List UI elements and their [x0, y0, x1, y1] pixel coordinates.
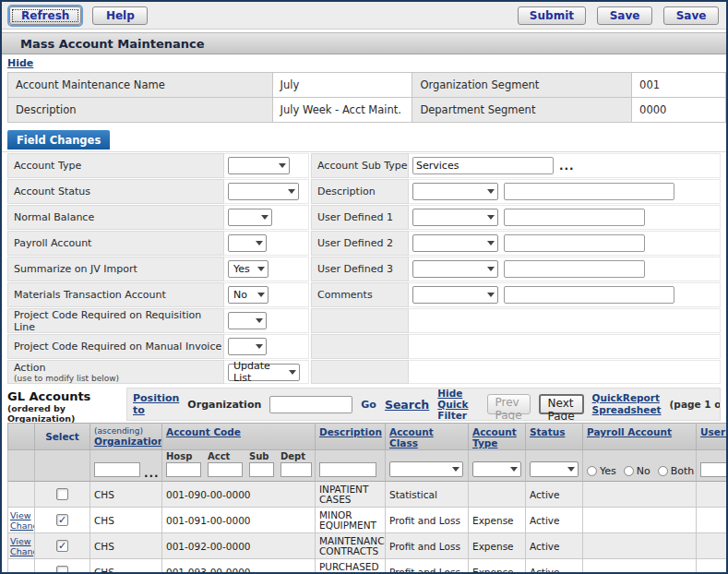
app-window: Refresh Help Submit Save Save Mass Accou… [0, 0, 728, 574]
payroll-cell [583, 559, 697, 574]
status-sort-link[interactable]: Status [530, 426, 579, 437]
spreadsheet-link[interactable]: Spreadsheet [592, 404, 662, 416]
action-select[interactable]: Update List [228, 364, 300, 381]
status-filter-cell [526, 450, 583, 482]
dropdown-arrow-icon [487, 267, 495, 271]
summarize-jv-import-label: Summarize on JV Import [7, 257, 224, 281]
go-button[interactable]: Go [361, 399, 376, 411]
view-changes-link[interactable]: View Changes [10, 510, 35, 531]
user-defined-cell [697, 559, 728, 574]
account-type-sort-link[interactable]: Account Type [472, 426, 521, 448]
select-cell [35, 559, 90, 574]
organization-segment-label: Organization Segment [412, 73, 632, 98]
position-to-link[interactable]: Position to [133, 392, 179, 416]
normal-balance-select[interactable] [228, 209, 272, 226]
user-defined-2-input[interactable] [504, 234, 645, 252]
description-mode-select[interactable] [412, 183, 498, 200]
payroll-both-radio[interactable]: Both [658, 465, 695, 477]
organization-column-header: (ascending)Organization [90, 423, 162, 450]
payroll-account-select[interactable] [228, 234, 267, 252]
description-filter-cell [316, 450, 386, 482]
acct-filter-input[interactable] [208, 462, 243, 477]
department-segment-label: Department Segment [412, 98, 632, 123]
description-change-label: Description [311, 179, 409, 204]
position-to-input[interactable] [269, 396, 352, 413]
row-checkbox[interactable] [56, 566, 68, 574]
save-button-2[interactable]: Save [663, 6, 719, 25]
user-defined-2-mode-select[interactable] [412, 234, 498, 252]
help-button[interactable]: Help [92, 6, 148, 25]
account-sub-type-input[interactable] [412, 157, 554, 174]
organization-segment-value: 001 [632, 73, 726, 98]
project-code-requisition-label: Project Code Required on Requisition Lin… [7, 308, 224, 333]
user-defined-1-input[interactable] [504, 209, 645, 226]
next-page-button[interactable]: Next Page [539, 394, 584, 414]
hide-link[interactable]: Hide [7, 57, 33, 69]
account-type-select[interactable] [228, 157, 290, 174]
organization-cell: CHS [90, 559, 162, 574]
dropdown-arrow-icon [487, 215, 495, 220]
payroll-no-radio[interactable]: No [624, 465, 650, 477]
row-checkbox[interactable]: ✓ [56, 514, 68, 526]
dropdown-arrow-icon [256, 241, 263, 245]
description-label: Description [8, 98, 273, 123]
materials-transaction-select[interactable]: No [228, 286, 269, 304]
status-filter-select[interactable] [530, 461, 579, 477]
account-sub-type-more-button[interactable]: ... [559, 162, 575, 170]
account-class-filter-select[interactable] [389, 461, 463, 477]
project-code-manual-invoice-select[interactable] [228, 338, 267, 355]
user-defined-filter-input[interactable] [700, 462, 728, 477]
view-changes-cell: View Changes [7, 533, 35, 559]
user-defined-sort-link[interactable]: User De [700, 426, 728, 437]
view-changes-link[interactable]: View Changes [10, 536, 35, 556]
comments-mode-select[interactable] [412, 286, 498, 304]
dropdown-arrow-icon [256, 344, 263, 349]
account-class-sort-link[interactable]: Account Class [389, 426, 464, 448]
save-button[interactable]: Save [597, 6, 652, 25]
account-code-sort-link[interactable]: Account Code [166, 426, 311, 437]
row-checkbox[interactable] [56, 488, 68, 500]
description-cell: MAINTENANCE CONTRACTS [316, 533, 386, 559]
description-change-input[interactable] [504, 183, 674, 200]
organization-filter-input[interactable] [94, 462, 140, 477]
payroll-cell [583, 533, 697, 559]
dropdown-arrow-icon [487, 189, 495, 194]
user-defined-1-mode-select[interactable] [412, 209, 498, 226]
user-defined-3-input[interactable] [504, 260, 645, 278]
comments-input[interactable] [504, 286, 674, 304]
organization-lookup-button[interactable]: ... [144, 470, 160, 477]
row-checkbox[interactable]: ✓ [56, 540, 68, 552]
account-status-select[interactable] [228, 183, 299, 200]
account-class-cell: Profit and Loss [386, 559, 469, 574]
refresh-button[interactable]: Refresh [9, 6, 81, 25]
table-row: CHS 001-093-00-0000 PURCHASED SERVICES P… [7, 559, 728, 574]
dropdown-arrow-icon [288, 189, 295, 194]
user-defined-filter-cell [697, 450, 728, 482]
account-class-cell: Profit and Loss [386, 533, 469, 559]
dropdown-arrow-icon [487, 241, 495, 245]
hide-quick-filter-link[interactable]: Hide Quick Filter [437, 388, 478, 421]
user-defined-3-mode-select[interactable] [412, 260, 498, 278]
field-changes-section: Account Type Account Status Normal Balan… [7, 153, 721, 385]
account-type-filter-select[interactable] [472, 461, 521, 477]
search-link[interactable]: Search [385, 398, 429, 412]
organization-sort-link[interactable]: Organization [94, 436, 158, 447]
maintenance-name-value: July [272, 73, 412, 98]
hosp-filter-input[interactable] [166, 462, 201, 477]
submit-button[interactable]: Submit [518, 6, 586, 25]
payroll-account-sort-link[interactable]: Payroll Account [587, 426, 692, 437]
top-toolbar: Refresh Help Submit Save Save [2, 2, 726, 30]
account-code-column-header: Account Code [162, 423, 316, 450]
dept-filter-input[interactable] [280, 462, 312, 477]
description-filter-input[interactable] [319, 462, 376, 477]
quick-report-link[interactable]: QuickReport [592, 392, 662, 404]
dropdown-arrow-icon [256, 318, 263, 323]
user-defined-1-label: User Defined 1 [311, 205, 409, 230]
tab-field-changes[interactable]: Field Changes [7, 130, 110, 149]
prev-page-button[interactable]: Prev Page [487, 394, 531, 414]
payroll-yes-radio[interactable]: Yes [587, 465, 616, 477]
summarize-jv-import-select[interactable]: Yes [228, 260, 269, 278]
project-code-requisition-select[interactable] [228, 312, 267, 329]
sub-filter-input[interactable] [249, 462, 274, 477]
description-sort-link[interactable]: Description [319, 426, 381, 437]
